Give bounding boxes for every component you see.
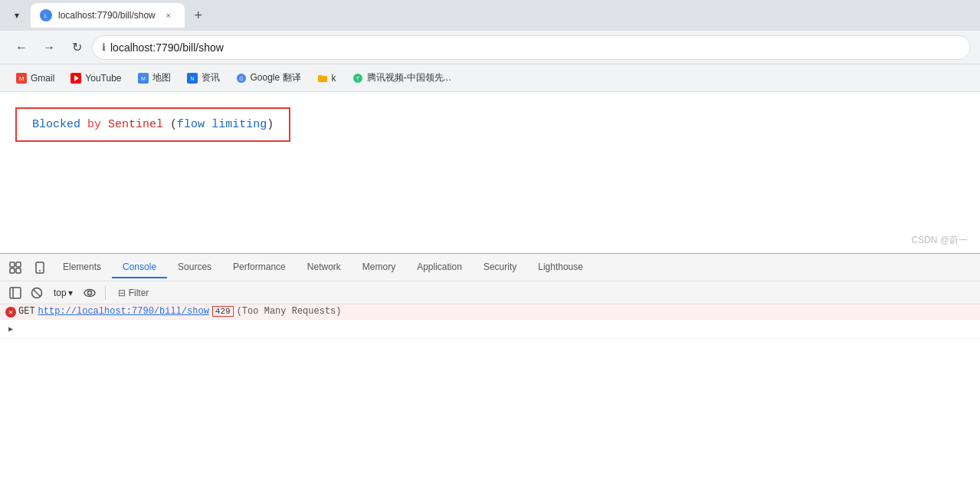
svg-text:M: M (19, 75, 25, 82)
sentinel-blocked-text: Blocked (32, 118, 80, 131)
svg-point-27 (87, 291, 91, 294)
bookmark-news-label: 资讯 (202, 71, 220, 84)
svg-rect-19 (16, 268, 21, 273)
error-url[interactable]: http://localhost:7790/bill/show (38, 306, 209, 317)
bookmark-gmail[interactable]: M Gmail (9, 69, 61, 87)
csdn-watermark: CSDN @蔚一 (911, 234, 968, 247)
tab-performance[interactable]: Performance (222, 257, 297, 278)
svg-rect-16 (10, 262, 15, 267)
tab-sources[interactable]: Sources (167, 257, 222, 278)
bookmark-translate[interactable]: G Google 翻译 (229, 68, 307, 87)
active-tab[interactable]: L localhost:7790/bill/show × (31, 3, 185, 28)
expand-arrow-btn[interactable]: ▶ (3, 321, 18, 337)
page-content: Blocked by Sentinel (flow limiting) CSDN… (0, 92, 980, 253)
forward-btn[interactable]: → (37, 35, 61, 60)
maps-icon: M (137, 72, 149, 84)
tab-elements[interactable]: Elements (52, 257, 112, 278)
bookmark-tencent-label: 腾讯视频-中国领先... (367, 71, 451, 84)
bookmark-youtube[interactable]: YouTube (64, 69, 127, 87)
svg-line-25 (34, 290, 40, 296)
address-info-icon: ℹ (102, 41, 106, 53)
devtools-tab-bar: Elements Console Sources Performance Net… (0, 254, 980, 281)
translate-icon: G (235, 72, 247, 84)
svg-rect-13 (318, 75, 323, 77)
bookmark-youtube-label: YouTube (85, 73, 121, 84)
tab-favicon: L (40, 9, 52, 21)
console-error-row: ✕ GET http://localhost:7790/bill/show 42… (0, 304, 980, 320)
tencent-icon: T (352, 72, 364, 84)
bookmark-tencent[interactable]: T 腾讯视频-中国领先... (346, 68, 457, 87)
context-selector[interactable]: top ▾ (49, 286, 77, 300)
status-message: (Too Many Requests) (237, 306, 342, 317)
svg-rect-17 (16, 262, 21, 267)
youtube-icon (70, 72, 82, 84)
svg-rect-18 (10, 268, 15, 273)
nav-bar: ← → ↻ ℹ localhost:7790/bill/show (0, 31, 980, 64)
reload-btn[interactable]: ↻ (64, 35, 89, 60)
svg-rect-22 (10, 288, 21, 298)
bookmark-k-label: k (332, 73, 336, 84)
devtools-panel: Elements Console Sources Performance Net… (0, 253, 980, 418)
console-output: ✕ GET http://localhost:7790/bill/show 42… (0, 304, 980, 418)
context-label: top (54, 288, 67, 298)
bookmark-translate-label: Google 翻译 (251, 71, 301, 84)
tab-security[interactable]: Security (473, 257, 527, 278)
clear-btn[interactable] (28, 284, 46, 302)
svg-text:M: M (141, 76, 146, 81)
svg-text:N: N (190, 76, 194, 81)
filter-label: Filter (129, 288, 149, 298)
address-bar[interactable]: ℹ localhost:7790/bill/show (92, 35, 971, 60)
news-icon: N (186, 72, 198, 84)
tab-memory[interactable]: Memory (352, 257, 406, 278)
bookmark-gmail-label: Gmail (31, 73, 54, 84)
chevron-down-icon: ▾ (68, 288, 73, 298)
error-circle-icon: ✕ (5, 307, 16, 317)
eye-btn[interactable] (80, 284, 99, 302)
gmail-icon: M (15, 72, 28, 84)
bookmarks-bar: M Gmail YouTube M 地图 N 资讯 G Google 翻译 k … (0, 64, 980, 92)
tab-dropdown-btn[interactable]: ▾ (6, 5, 28, 26)
new-tab-btn[interactable]: + (188, 5, 209, 26)
tab-close-btn[interactable]: × (162, 8, 175, 22)
svg-point-21 (39, 270, 41, 271)
tab-lighthouse[interactable]: Lighthouse (527, 257, 594, 278)
sidebar-btn[interactable] (6, 284, 25, 302)
sentinel-message-box: Blocked by Sentinel (flow limiting) (15, 107, 290, 142)
console-expand-row: ▶ (0, 320, 980, 339)
devtools-device-btn[interactable] (29, 257, 51, 278)
svg-rect-12 (318, 76, 327, 82)
bookmark-k[interactable]: k (310, 69, 343, 87)
tab-network[interactable]: Network (297, 257, 352, 278)
address-text: localhost:7790/bill/show (110, 41, 224, 54)
bookmark-maps[interactable]: M 地图 (131, 68, 177, 87)
devtools-inspect-btn[interactable] (5, 257, 26, 278)
console-error-text: GET http://localhost:7790/bill/show 429 … (18, 306, 977, 317)
tab-title: localhost:7790/bill/show (58, 10, 156, 21)
bookmark-news[interactable]: N 资讯 (180, 68, 226, 87)
devtools-toolbar: top ▾ ⊟ Filter (0, 281, 980, 304)
back-btn[interactable]: ← (9, 35, 34, 60)
svg-text:L: L (44, 12, 48, 19)
error-icon-cell: ✕ (3, 306, 18, 317)
tab-application[interactable]: Application (406, 257, 473, 278)
svg-text:G: G (239, 76, 243, 81)
http-method: GET (18, 306, 35, 317)
bookmark-maps-label: 地图 (152, 71, 171, 84)
svg-text:T: T (356, 76, 359, 81)
status-code-badge: 429 (212, 306, 234, 317)
toolbar-divider (105, 286, 106, 300)
filter-btn[interactable]: ⊟ Filter (112, 286, 156, 300)
folder-icon (316, 72, 329, 84)
filter-icon: ⊟ (118, 288, 126, 298)
tab-bar: ▾ L localhost:7790/bill/show × + (0, 0, 980, 31)
tab-console[interactable]: Console (112, 257, 167, 278)
